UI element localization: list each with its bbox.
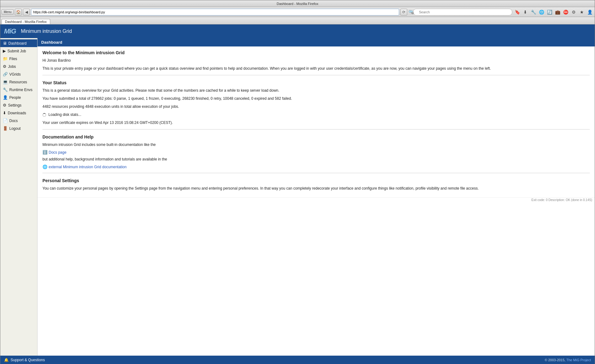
sidebar-item-submit-job[interactable]: ▶ Submit Job	[0, 47, 37, 55]
vgrids-icon: 🔗	[3, 72, 8, 77]
sidebar-label-jobs: Jobs	[8, 64, 16, 69]
tab-bar: Dashboard - Mozilla Firefox	[0, 17, 595, 24]
sidebar-item-logout[interactable]: 🚪 Logout	[0, 125, 37, 132]
sidebar-item-files[interactable]: 📁 Files	[0, 55, 37, 63]
resources-icon: 💻	[3, 80, 8, 84]
browser-title: Dashboard - Mozilla Firefox	[277, 2, 319, 6]
people-icon: 👤	[3, 95, 8, 100]
app-header: MiG Minimum intrusion Grid	[0, 24, 595, 38]
status-intro: This is a general status overview for yo…	[42, 88, 590, 93]
jobs-icon: ⚙	[3, 64, 7, 69]
sidebar-label-logout: Logout	[9, 126, 21, 131]
main-layout: 🖥 Dashboard ▶ Submit Job 📁 Files ⚙ Jobs …	[0, 38, 595, 356]
sidebar-label-vgrids: VGrids	[9, 72, 21, 77]
settings-text: You can customize your personal pages by…	[42, 186, 590, 191]
divider-docs	[42, 129, 590, 129]
runtime-icon: 🔧	[3, 87, 8, 92]
sidebar-item-docs[interactable]: 📄 Docs	[0, 117, 37, 125]
home-button[interactable]: 🏠	[15, 9, 22, 15]
submit-icon: ▶	[3, 49, 6, 53]
divider-status	[42, 75, 590, 75]
intro-text: This is your private entry page or your …	[42, 66, 590, 71]
toolbar-icons: 🔖 ⬇ 🔧 🌐 🔄 💼 ⛔ ⚙ ★ 👤	[513, 8, 593, 16]
search-icon: 🔍	[408, 10, 413, 14]
browser-navbar: Menu 🏠 ◀ ⟳ 🔍 🔖 ⬇ 🔧 🌐 🔄 💼 ⛔ ⚙ ★ 👤	[0, 7, 595, 17]
star-icon[interactable]: ★	[578, 8, 585, 16]
docs-link-icon: ℹ️	[42, 150, 47, 155]
docs-intro-text: Minimum intrusion Grid includes some bui…	[42, 142, 590, 147]
sidebar-label-downloads: Downloads	[8, 111, 26, 115]
logout-icon: 🚪	[3, 126, 8, 131]
refresh-button[interactable]: ⟳	[400, 9, 407, 15]
jobs-text: You have submitted a total of 278662 job…	[42, 96, 590, 101]
sidebar-item-jobs[interactable]: ⚙ Jobs	[0, 63, 37, 70]
external-link-icon: 🌐	[42, 164, 47, 169]
sidebar-item-settings[interactable]: ⚙ Settings	[0, 101, 37, 109]
disk-loading-text: Loading disk stats...	[48, 112, 81, 117]
disk-loading: Loading disk stats...	[42, 112, 590, 117]
settings-nav-icon: ⚙	[3, 103, 7, 107]
loading-spinner-icon	[42, 113, 46, 117]
resources-text: 4482 resources providing 4848 execution …	[42, 104, 590, 109]
external-docs-link[interactable]: external Minimum intrusion Grid document…	[49, 165, 126, 169]
sidebar-item-dashboard[interactable]: 🖥 Dashboard	[0, 39, 37, 47]
app-logo: MiG	[4, 27, 16, 35]
sidebar-item-resources[interactable]: 💻 Resources	[0, 78, 37, 86]
sidebar-label-runtime: Runtime Envs	[9, 88, 33, 92]
exit-code-text: Exit code: 0 Description: OK (done in 0.…	[531, 198, 592, 202]
sync-icon[interactable]: 🔄	[546, 8, 553, 16]
docs-title: Documentation and Help	[42, 134, 590, 139]
project-link[interactable]: The MiG Project	[566, 358, 591, 362]
docs-link-row: ℹ️ Docs page	[42, 150, 590, 155]
sidebar-item-runtime-envs[interactable]: 🔧 Runtime Envs	[0, 86, 37, 94]
docs-additional-text: but additional help, background informat…	[42, 156, 590, 162]
content-body: Welcome to the Minimum intrusion Grid Hi…	[37, 46, 595, 197]
sidebar-label-settings: Settings	[8, 103, 21, 107]
divider-settings	[42, 173, 590, 173]
sidebar-item-vgrids[interactable]: 🔗 VGrids	[0, 70, 37, 78]
sidebar-item-downloads[interactable]: ⬇ Downloads	[0, 109, 37, 117]
sidebar-label-submit: Submit Job	[7, 49, 26, 53]
app-title: Minimum intrusion Grid	[21, 29, 72, 34]
sidebar-label-dashboard: Dashboard	[8, 41, 27, 46]
suitcase-icon[interactable]: 💼	[554, 8, 561, 16]
bookmark-icon[interactable]: 🔖	[513, 8, 521, 16]
personal-settings-title: Personal Settings	[42, 178, 590, 183]
active-tab[interactable]: Dashboard - Mozilla Firefox	[2, 19, 50, 24]
person-icon[interactable]: 👤	[586, 8, 593, 16]
settings-icon[interactable]: ⚙	[570, 8, 577, 16]
greeting-text: Hi Jonas Bardino	[42, 58, 590, 63]
url-bar[interactable]	[31, 9, 399, 15]
search-input[interactable]	[413, 9, 512, 15]
support-icon: 🔔	[4, 358, 9, 362]
browser-titlebar: Dashboard - Mozilla Firefox	[0, 0, 595, 7]
stop-icon[interactable]: ⛔	[562, 8, 569, 16]
sidebar-item-people[interactable]: 👤 People	[0, 94, 37, 101]
globe-icon[interactable]: 🌐	[538, 8, 545, 16]
sidebar-label-docs: Docs	[9, 119, 18, 123]
copyright-text: © 2003-2015,	[545, 358, 566, 362]
sidebar-label-people: People	[9, 95, 21, 100]
footer-right: © 2003-2015, The MiG Project	[545, 358, 591, 362]
docs-page-link[interactable]: Docs page	[49, 150, 66, 155]
status-footer: 🔔 Support & Questions © 2003-2015, The M…	[0, 356, 595, 364]
sidebar: 🖥 Dashboard ▶ Submit Job 📁 Files ⚙ Jobs …	[0, 38, 37, 356]
menu-button[interactable]: Menu	[2, 9, 14, 15]
cert-text: Your user certificate expires on Wed Apr…	[42, 120, 590, 125]
logo-text: MiG	[4, 27, 16, 35]
external-link-row: 🌐 external Minimum intrusion Grid docume…	[42, 164, 590, 169]
files-icon: 📁	[3, 56, 8, 61]
content-area: Dashboard Welcome to the Minimum intrusi…	[37, 38, 595, 356]
sidebar-label-resources: Resources	[9, 80, 27, 84]
tools-icon[interactable]: 🔧	[530, 8, 537, 16]
status-title: Your Status	[42, 80, 590, 85]
downloads-icon: ⬇	[3, 111, 6, 115]
content-header: Dashboard	[37, 38, 595, 46]
footer-left: 🔔 Support & Questions	[4, 358, 45, 362]
support-link[interactable]: Support & Questions	[11, 358, 45, 362]
back-button[interactable]: ◀	[23, 9, 30, 15]
app-container: MiG Minimum intrusion Grid 🖥 Dashboard ▶…	[0, 24, 595, 364]
docs-icon: 📄	[3, 118, 8, 123]
download-icon[interactable]: ⬇	[522, 8, 529, 16]
welcome-title: Welcome to the Minimum intrusion Grid	[42, 50, 590, 55]
